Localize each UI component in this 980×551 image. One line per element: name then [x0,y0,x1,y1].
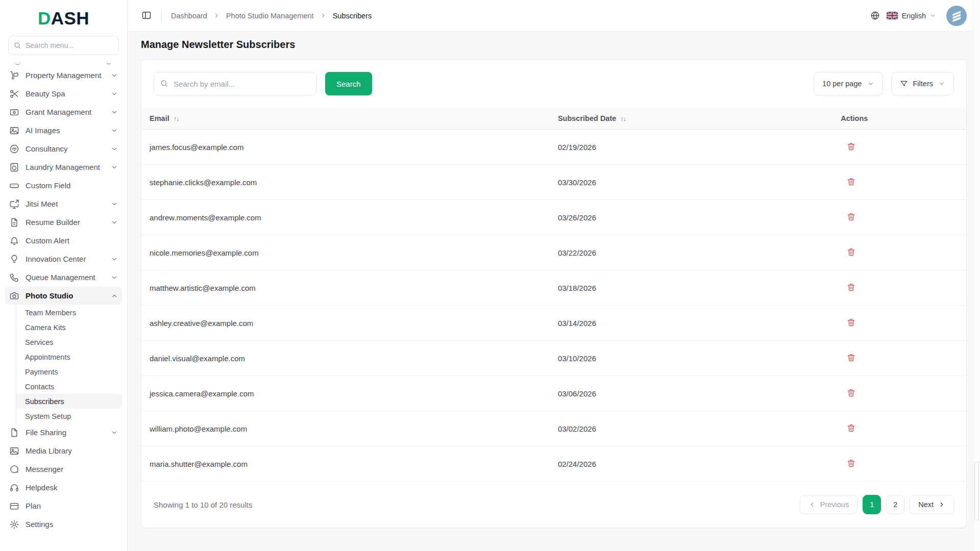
actions-cell [832,376,966,411]
language-label: English [901,12,926,20]
logo-rest: ASH [51,8,89,28]
sidebar-item-services[interactable]: Services [16,335,122,349]
sidebar-item-appointments[interactable]: Appointments [16,349,122,364]
table-row: ashley.creative@example.com 03/14/2026 [141,306,966,341]
app-logo: DASH [0,0,127,35]
breadcrumb: Dashboard Photo Studio Management Subscr… [171,12,372,20]
sidebar-item-payments[interactable]: Payments [16,364,122,379]
sidebar-search [8,36,119,55]
chevron-down-icon [929,12,936,19]
washer-icon [9,162,19,172]
user-avatar[interactable] [946,6,967,26]
language-selector[interactable]: English [887,12,936,20]
chevron-down-icon [867,80,874,87]
sidebar-item-label: Payments [25,368,105,376]
sidebar-item-label: File Sharing [26,428,105,437]
sidebar-item-laundry-management[interactable]: Laundry Management [5,158,122,176]
delete-subscriber-button[interactable] [846,247,856,257]
page-button-1[interactable]: 1 [863,495,881,514]
sidebar-item-subscribers[interactable]: Subscribers [16,394,122,409]
delete-subscriber-button[interactable] [846,317,856,328]
sidebar-item-messenger[interactable]: Messenger [5,460,122,478]
email-search-input[interactable] [154,72,317,95]
sidebar-item-system-setup[interactable]: System Setup [16,409,122,423]
search-button[interactable]: Search [325,72,372,95]
sidebar-items: Property Management Beauty Spa Grant Man… [2,66,125,533]
subscribed-date-cell: 03/02/2026 [550,411,832,446]
sidebar-item-helpdesk[interactable]: Helpdesk [5,479,122,496]
delete-subscriber-button[interactable] [846,212,856,222]
sidebar-item-custom-field[interactable]: Custom Field [5,177,122,194]
scrollbar-thumb[interactable] [974,462,979,520]
handtruck-icon [9,70,19,81]
sidebar-item-jitsi-meet[interactable]: Jitsi Meet [5,195,122,213]
sidebar-item-media-library[interactable]: Media Library [5,442,122,460]
table-body: james.focus@example.com 02/19/2026 [141,130,966,482]
globe-icon[interactable] [870,11,880,20]
column-header-email[interactable]: Email↑↓ [141,108,550,130]
sidebar-item-grant-management[interactable]: Grant Management [5,103,122,121]
sidebar-item-contacts[interactable]: Contacts [16,379,122,394]
next-page-button[interactable]: Next [910,495,954,514]
menu-search-input[interactable] [8,36,119,55]
sidebar-item-consultancy[interactable]: Consultancy [5,140,122,158]
page-content: Manage Newsletter Subscribers Search 10 … [128,32,980,551]
screen-share-icon [9,199,19,209]
sidebar-item-custom-alert[interactable]: Custom Alert [5,232,122,249]
delete-subscriber-button[interactable] [846,388,856,398]
sidebar-item-property-management[interactable]: Property Management [5,66,122,84]
sidebar-item-team-members[interactable]: Team Members [16,305,122,320]
sidebar-item-label: AI Images [26,126,105,135]
table-row: andrew.moments@example.com 03/26/2026 [141,200,966,235]
sidebar-item-photo-studio[interactable]: Photo Studio [5,287,122,305]
sidebar-item-plan[interactable]: Plan [5,497,122,515]
sidebar-item-file-sharing[interactable]: File Sharing [5,423,122,441]
sort-icon: ↑↓ [174,115,179,122]
breadcrumb-photo-studio-management[interactable]: Photo Studio Management [226,12,314,20]
phone-icon [9,272,19,283]
breadcrumb-subscribers: Subscribers [333,12,372,20]
delete-subscriber-button[interactable] [846,458,856,468]
previous-page-button[interactable]: Previous [800,495,857,514]
handshake-icon [9,144,19,154]
chevron-icon [111,219,118,226]
sidebar-item-queue-management[interactable]: Queue Management [5,268,122,286]
per-page-select[interactable]: 10 per page [814,72,883,95]
window-scrollbar[interactable] [973,0,980,551]
delete-subscriber-button[interactable] [846,423,856,433]
table-row: stephanie.clicks@example.com 03/30/2026 [141,165,966,200]
actions-cell [832,341,966,376]
delete-subscriber-button[interactable] [846,353,856,363]
delete-subscriber-button[interactable] [846,282,856,292]
sidebar-item-settings[interactable]: Settings [5,515,122,533]
page-button-2[interactable]: 2 [886,495,904,514]
table-header-row: Email↑↓ Subscribed Date↑↓ Actions [141,108,966,130]
sidebar-item-label: Consultancy [26,144,105,153]
trash-icon [846,317,856,328]
chevron-icon [111,72,118,79]
sidebar-item-camera-kits[interactable]: Camera Kits [16,320,122,335]
delete-subscriber-button[interactable] [846,177,856,187]
column-header-actions: Actions [832,108,966,130]
sidebar-item-beauty-spa[interactable]: Beauty Spa [5,85,122,103]
sidebar-item-label: Photo Studio [26,291,105,300]
sidebar-item-label: Settings [26,520,105,529]
filters-button[interactable]: Filters [891,72,954,95]
breadcrumb-dashboard[interactable]: Dashboard [171,12,207,20]
email-cell: maria.shutter@example.com [141,446,550,482]
chevron-icon [111,201,118,208]
file-icon [9,428,19,438]
chevron-left-icon [808,501,816,508]
sidebar-item-innovation-center[interactable]: Innovation Center [5,250,122,268]
sidebar-item-resume-builder[interactable]: Resume Builder [5,213,122,231]
column-header-subscribed-date[interactable]: Subscribed Date↑↓ [550,108,832,130]
email-cell: stephanie.clicks@example.com [141,165,550,200]
sidebar: DASH Property Management Beauty Spa [0,0,128,551]
subscribers-table: Email↑↓ Subscribed Date↑↓ Actions [141,108,966,482]
clipped-menu-item [9,59,118,65]
bell-icon [9,236,19,246]
top-bar-right: English [870,6,967,26]
sidebar-toggle-icon[interactable] [141,10,152,21]
sidebar-item-ai-images[interactable]: AI Images [5,121,122,139]
delete-subscriber-button[interactable] [846,141,856,152]
